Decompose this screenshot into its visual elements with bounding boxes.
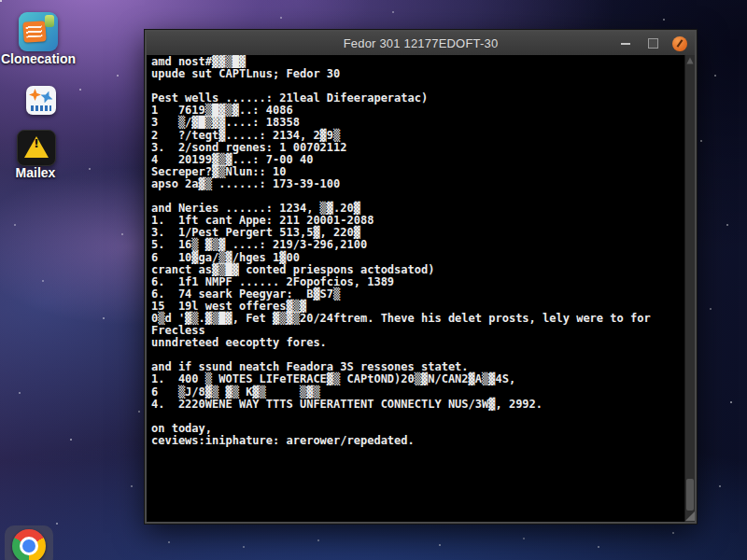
minimize-button[interactable] bbox=[618, 36, 633, 51]
maximize-icon bbox=[648, 38, 658, 49]
pinwheel-text-decoration bbox=[31, 105, 51, 111]
window-controls bbox=[618, 32, 687, 55]
stars-decoration bbox=[0, 0, 2, 2]
maximize-button[interactable] bbox=[645, 36, 660, 51]
scrollbar[interactable] bbox=[684, 55, 695, 522]
scrollbar-handle[interactable] bbox=[686, 479, 694, 511]
exclamation-glyph: ! bbox=[18, 137, 55, 149]
terminal-output-area[interactable]: amd nost#▓▓▒█▓ upude sut CAPTLnus; Fedor… bbox=[147, 55, 695, 522]
clonecation-leaf-shape bbox=[45, 15, 54, 27]
desktop-icon-label: Mailex bbox=[7, 165, 64, 180]
chrome-icon bbox=[12, 529, 46, 560]
warning-triangle-icon: ! bbox=[17, 130, 56, 166]
close-icon bbox=[677, 39, 684, 48]
desktop-icon-label: Clonecation bbox=[0, 51, 105, 66]
close-button[interactable] bbox=[672, 36, 687, 51]
pinwheel-blue-star-shape bbox=[38, 89, 55, 105]
clonecation-app-icon bbox=[19, 12, 58, 51]
terminal-text: amd nost#▓▓▒█▓ upude sut CAPTLnus; Fedor… bbox=[147, 55, 695, 447]
minimize-icon bbox=[621, 43, 630, 45]
window-title: Fedor 301 12177EDOFT-30 bbox=[344, 32, 499, 55]
window-titlebar[interactable]: Fedor 301 12177EDOFT-30 bbox=[147, 32, 695, 56]
desktop-icon-pinwheel-app[interactable] bbox=[26, 86, 56, 115]
pinwheel-app-icon bbox=[26, 86, 56, 115]
terminal-window: Fedor 301 12177EDOFT-30 amd nost#▓▓▒█▓ u… bbox=[145, 30, 697, 524]
clonecation-card-shape bbox=[22, 21, 46, 43]
desktop-icon-clonecation[interactable]: Clonecation bbox=[19, 12, 58, 68]
dock-icon-chrome[interactable] bbox=[5, 525, 53, 560]
pinwheel-orange-star-shape bbox=[29, 89, 41, 101]
scroll-up-arrow-icon[interactable] bbox=[686, 56, 694, 65]
desktop-icon-mailex[interactable]: ! Mailex bbox=[17, 130, 54, 182]
